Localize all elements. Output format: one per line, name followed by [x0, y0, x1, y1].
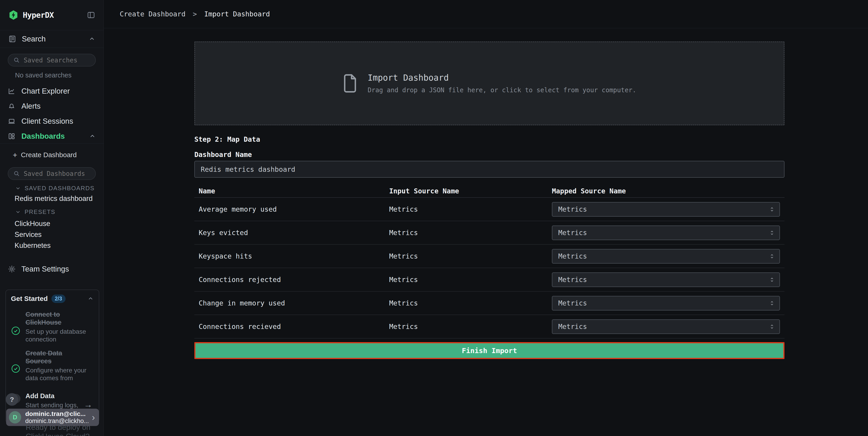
get-started-card: Get Started 2/3 Connect to ClickHouse Se…: [5, 290, 99, 423]
sidebar-item-client-sessions[interactable]: Client Sessions: [0, 114, 103, 129]
dropzone-title: Import Dashboard: [368, 73, 636, 83]
sidebar-item-dashboards[interactable]: Dashboards: [0, 129, 103, 144]
arrow-right-icon: →: [84, 400, 92, 409]
select-chevrons-icon: [769, 300, 775, 306]
help-button[interactable]: ?: [6, 393, 18, 406]
select-value: Metrics: [558, 252, 769, 260]
get-started-header[interactable]: Get Started 2/3: [11, 294, 94, 304]
create-dashboard-label: Create Dashboard: [21, 151, 77, 159]
app-title: HyperDX: [23, 10, 54, 20]
app-root: HyperDX Search: [0, 0, 868, 436]
preset-item-services[interactable]: Services: [0, 229, 103, 240]
row-name: Connections rejected: [194, 275, 389, 284]
progress-badge: 2/3: [52, 294, 66, 303]
sidebar-item-chart-explorer[interactable]: Chart Explorer: [0, 84, 103, 99]
chevron-right-icon: ›: [92, 413, 95, 422]
row-name: Keyspace hits: [194, 252, 389, 260]
sidebar: HyperDX Search: [0, 0, 104, 436]
saved-searches-input[interactable]: ⌘K: [8, 54, 96, 66]
saved-dashboards-group[interactable]: SAVED DASHBOARDS: [0, 184, 103, 192]
get-started-item-title: Add Data: [26, 392, 84, 400]
preset-item-kubernetes[interactable]: Kubernetes: [0, 240, 103, 251]
json-dropzone[interactable]: Import Dashboard Drag and drop a JSON fi…: [194, 41, 784, 125]
create-dashboard-button[interactable]: + Create Dashboard: [0, 146, 103, 164]
gear-icon: [8, 265, 16, 273]
get-started-item-sources[interactable]: Create Data Sources Configure where your…: [11, 349, 94, 382]
breadcrumb: Create Dashboard > Import Dashboard: [120, 10, 270, 18]
select-chevrons-icon: [769, 206, 775, 212]
step-title: Step 2: Map Data: [194, 135, 784, 143]
dashboard-name-input[interactable]: [194, 161, 784, 178]
chevron-up-icon: [87, 295, 94, 302]
saved-dashboards-field[interactable]: [24, 170, 105, 177]
table-header-row: Name Input Source Name Mapped Source Nam…: [194, 184, 784, 198]
select-chevrons-icon: [769, 324, 775, 330]
get-started-item-title: Connect to ClickHouse: [26, 311, 87, 326]
column-header-name: Name: [194, 187, 389, 195]
page-header: Create Dashboard > Import Dashboard: [104, 0, 868, 28]
get-started-item-title: Create Data Sources: [26, 349, 87, 365]
breadcrumb-parent[interactable]: Create Dashboard: [120, 10, 185, 18]
user-name: dominic.tran@clic...: [25, 410, 90, 417]
deploy-promo-line2: ClickHouse Cloud?: [26, 432, 90, 436]
group-label-text: PRESETS: [25, 208, 55, 215]
presets-group[interactable]: PRESETS: [0, 208, 103, 216]
table-row: Connections recieved Metrics Metrics: [194, 315, 784, 339]
table-row: Keyspace hits Metrics Metrics: [194, 245, 784, 268]
logo-row: HyperDX: [0, 0, 103, 30]
mapped-source-select[interactable]: Metrics: [552, 272, 780, 287]
row-name: Keys evicted: [194, 229, 389, 237]
breadcrumb-current: Import Dashboard: [204, 10, 270, 18]
row-input-source: Metrics: [389, 323, 552, 330]
table-row: Keys evicted Metrics Metrics: [194, 221, 784, 245]
mapped-source-select[interactable]: Metrics: [552, 296, 780, 311]
sidebar-section-search[interactable]: Search: [0, 30, 103, 48]
row-name: Change in memory used: [194, 299, 389, 307]
avatar: D: [9, 411, 21, 424]
select-value: Metrics: [558, 205, 769, 213]
team-settings-label: Team Settings: [21, 265, 69, 273]
search-section-icon: [8, 35, 17, 43]
user-menu[interactable]: D dominic.tran@clic... dominic.tran@clic…: [6, 409, 99, 426]
column-header-input-source: Input Source Name: [389, 187, 552, 195]
search-icon: [13, 57, 20, 63]
preset-item-clickhouse[interactable]: ClickHouse: [0, 218, 103, 229]
logo[interactable]: HyperDX: [8, 10, 54, 20]
mapped-source-select[interactable]: Metrics: [552, 249, 780, 264]
saved-searches-field[interactable]: [24, 57, 105, 64]
bell-icon: [8, 102, 16, 110]
saved-dashboard-item[interactable]: Redis metrics dashboard: [0, 193, 103, 204]
select-chevrons-icon: [769, 230, 775, 236]
saved-dashboards-input[interactable]: ⌘K: [8, 167, 96, 180]
table-row: Average memory used Metrics Metrics: [194, 198, 784, 221]
dashboard-name-label: Dashboard Name: [194, 151, 784, 158]
sidebar-item-alerts[interactable]: Alerts: [0, 99, 103, 114]
row-name: Average memory used: [194, 205, 389, 213]
get-started-title: Get Started: [11, 295, 48, 302]
row-input-source: Metrics: [389, 205, 552, 213]
table-row: Connections rejected Metrics Metrics: [194, 268, 784, 292]
mapped-source-select[interactable]: Metrics: [552, 226, 780, 240]
select-chevrons-icon: [769, 277, 775, 283]
row-name: Connections recieved: [194, 323, 389, 330]
search-icon: [13, 170, 20, 177]
team-settings-button[interactable]: Team Settings: [0, 262, 103, 277]
import-content: Import Dashboard Drag and drop a JSON fi…: [194, 41, 784, 359]
file-icon: [342, 73, 358, 94]
mapped-source-select[interactable]: Metrics: [552, 202, 780, 216]
sidebar-item-label: Alerts: [21, 102, 96, 111]
chevron-down-icon: [15, 209, 21, 215]
get-started-item-desc: Configure where your data comes from: [26, 367, 87, 382]
chevron-up-icon: [89, 35, 95, 42]
dashboards-icon: [8, 132, 16, 140]
check-circle-icon: [11, 318, 21, 343]
mapped-source-select[interactable]: Metrics: [552, 319, 780, 334]
row-input-source: Metrics: [389, 229, 552, 237]
get-started-item-connect[interactable]: Connect to ClickHouse Set up your databa…: [11, 311, 94, 343]
group-label-text: SAVED DASHBOARDS: [25, 185, 94, 192]
hyperdx-logo-icon: [8, 10, 19, 20]
chevron-up-icon: [89, 133, 96, 140]
finish-import-button[interactable]: Finish Import: [194, 342, 784, 359]
sidebar-item-label: Chart Explorer: [21, 87, 96, 95]
collapse-sidebar-icon[interactable]: [87, 11, 95, 19]
